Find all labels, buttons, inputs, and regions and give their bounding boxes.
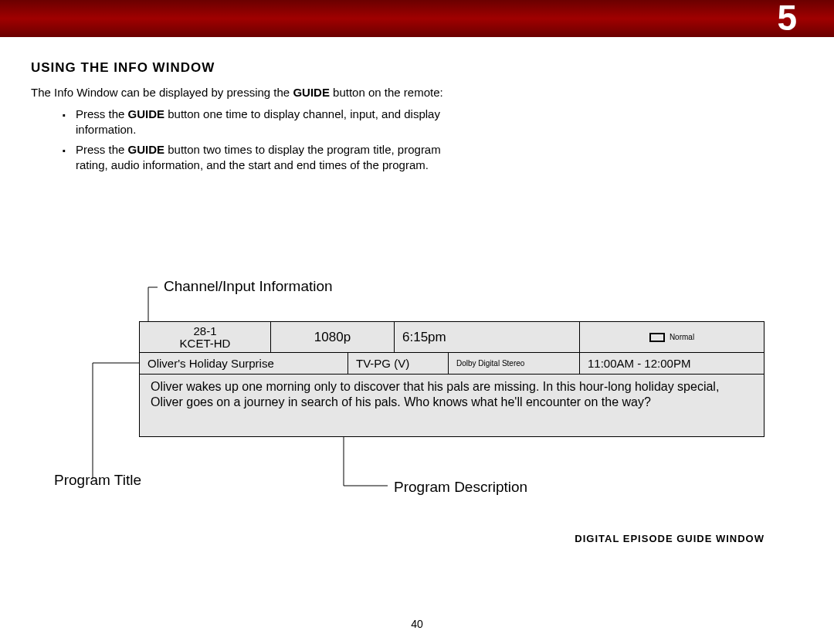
description-cell: Oliver wakes up one morning only to disc… — [140, 375, 764, 436]
intro-paragraph: The Info Window can be displayed by pres… — [31, 85, 448, 100]
channel-number: 28-1 — [147, 325, 263, 337]
resolution-cell: 1080p — [271, 322, 395, 352]
clock-cell: 6:15pm — [395, 322, 580, 352]
display-mode-text: Normal — [670, 333, 694, 341]
program-title-cell: Oliver's Holiday Surprise — [140, 353, 348, 374]
instruction-list: Press the GUIDE button one time to displ… — [62, 107, 471, 174]
channel-name: KCET-HD — [147, 337, 263, 350]
page-number: 40 — [0, 618, 834, 630]
figure-caption: DIGITAL EPISODE GUIDE WINDOW — [54, 533, 764, 544]
rating-cell: TV-PG (V) — [348, 353, 449, 374]
list-item: Press the GUIDE button two times to disp… — [62, 142, 471, 174]
channel-cell: 28-1 KCET-HD — [140, 322, 271, 352]
list-item: Press the GUIDE button one time to displ… — [62, 107, 471, 138]
section-title: USING THE INFO WINDOW — [31, 60, 803, 76]
display-mode-icon — [649, 333, 665, 342]
chapter-number: 5 — [777, 0, 797, 39]
audio-cell: Dolby Digital Stereo — [449, 353, 580, 374]
chapter-header-bar: 5 — [0, 0, 834, 37]
display-mode-cell: Normal — [580, 322, 764, 352]
airtime-cell: 11:00AM - 12:00PM — [580, 353, 764, 374]
info-window-sample: 28-1 KCET-HD 1080p 6:15pm Normal Oliver'… — [139, 321, 764, 437]
